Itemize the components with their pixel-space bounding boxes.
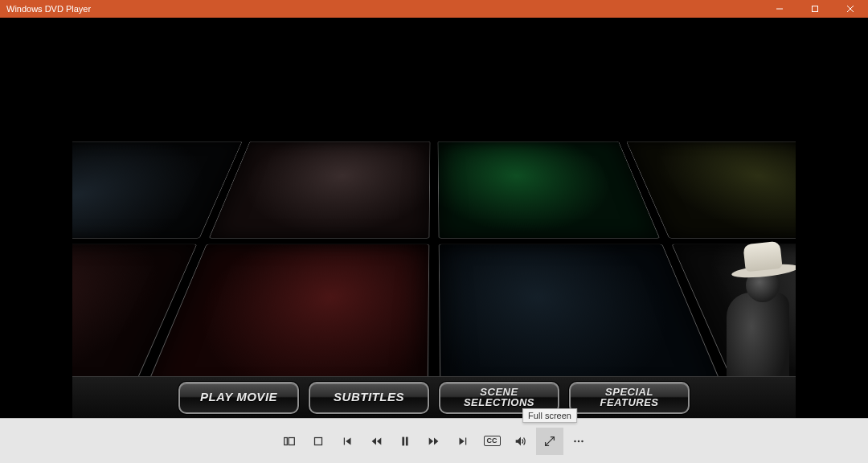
dvd-special-label-2: FEATURES — [600, 398, 658, 408]
player-controls: CC Full screen — [0, 418, 868, 463]
dvd-scenes-label-2: SELECTIONS — [464, 398, 534, 408]
svg-point-19 — [574, 440, 576, 442]
dvd-special-features-button[interactable]: SPECIAL FEATURES — [569, 382, 690, 414]
window-title: Windows DVD Player — [6, 4, 762, 14]
svg-rect-4 — [285, 437, 288, 445]
close-icon — [846, 5, 854, 13]
svg-rect-1 — [813, 6, 818, 12]
previous-button[interactable] — [334, 428, 361, 455]
maximize-icon — [811, 5, 819, 13]
svg-point-20 — [578, 440, 580, 442]
rewind-button[interactable] — [362, 428, 390, 455]
more-icon — [571, 434, 586, 449]
svg-rect-5 — [289, 437, 294, 445]
svg-marker-8 — [346, 437, 350, 445]
svg-marker-15 — [460, 437, 465, 445]
fast-forward-icon — [427, 434, 441, 449]
more-options-button[interactable] — [565, 428, 592, 455]
window-buttons — [762, 0, 868, 18]
svg-rect-6 — [315, 437, 322, 445]
fullscreen-tooltip: Full screen — [522, 408, 577, 423]
svg-marker-13 — [429, 437, 433, 445]
rewind-icon — [369, 434, 383, 449]
svg-point-21 — [581, 440, 583, 442]
video-area: PLAY MOVIE SUBTITLES SCENE SELECTIONS SP… — [0, 18, 868, 418]
fullscreen-icon — [542, 434, 557, 449]
skip-next-icon — [456, 434, 470, 449]
maximize-button[interactable] — [797, 0, 833, 18]
video-stage: PLAY MOVIE SUBTITLES SCENE SELECTIONS SP… — [72, 18, 796, 418]
stop-icon — [311, 434, 326, 449]
svg-marker-14 — [434, 437, 438, 445]
svg-marker-9 — [372, 437, 376, 445]
minimize-icon — [776, 5, 784, 13]
dvd-menu-background — [72, 18, 796, 418]
svg-rect-11 — [402, 436, 404, 445]
dvd-subtitles-button[interactable]: SUBTITLES — [309, 382, 429, 414]
stop-button[interactable] — [305, 428, 332, 455]
svg-rect-12 — [406, 436, 408, 445]
close-button[interactable] — [833, 0, 868, 18]
closed-captions-button[interactable]: CC — [478, 428, 506, 455]
titlebar: Windows DVD Player — [0, 0, 868, 18]
volume-icon — [514, 434, 528, 449]
svg-line-18 — [546, 436, 555, 445]
minimize-button[interactable] — [762, 0, 797, 18]
aspect-ratio-icon — [282, 434, 297, 449]
fast-forward-button[interactable] — [420, 428, 448, 455]
fullscreen-button[interactable]: Full screen — [536, 428, 563, 455]
dvd-menu-bar: PLAY MOVIE SUBTITLES SCENE SELECTIONS SP… — [72, 376, 796, 418]
dvd-play-movie-button[interactable]: PLAY MOVIE — [178, 382, 299, 414]
pause-icon — [398, 434, 412, 449]
dvd-play-movie-label: PLAY MOVIE — [200, 391, 277, 403]
svg-marker-17 — [516, 436, 521, 445]
play-pause-button[interactable] — [391, 428, 419, 455]
aspect-ratio-button[interactable] — [276, 428, 303, 455]
volume-button[interactable] — [507, 428, 534, 455]
svg-marker-10 — [377, 437, 381, 445]
cc-icon: CC — [484, 436, 501, 446]
skip-previous-icon — [340, 434, 354, 449]
dvd-subtitles-label: SUBTITLES — [334, 391, 404, 403]
next-button[interactable] — [449, 428, 477, 455]
